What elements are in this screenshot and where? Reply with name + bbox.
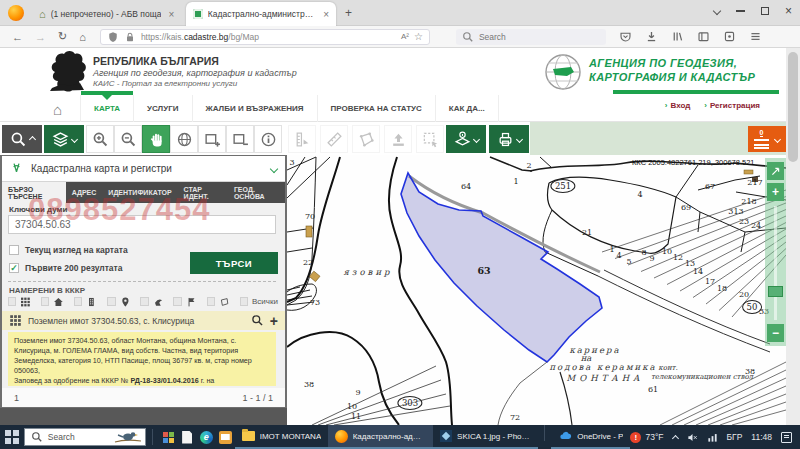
measure-length-button[interactable] [320,125,348,153]
nav-item-5[interactable]: КАК ДА... [435,95,499,122]
tab-list-chevron-icon[interactable] [713,7,721,15]
shield-icon[interactable] [107,31,119,43]
map-parcel-label: 8 [641,248,646,257]
panel-header[interactable]: Кадастрална карта и регистри [2,156,285,182]
action-center-icon[interactable] [781,432,792,443]
nav-item-3[interactable]: ЖАЛБИ И ВЪЗРАЖЕНИЯ [192,95,317,122]
library-icon[interactable] [671,30,684,43]
network-icon[interactable] [707,432,718,443]
volume-muted-icon[interactable] [687,432,698,443]
extension-icon[interactable] [723,30,736,43]
export-button[interactable] [384,125,412,153]
checkbox-unchecked[interactable] [9,245,19,255]
taskbar-window-firefox[interactable]: Кадастрално-адми... [328,425,433,449]
taskbar-window-onedrive[interactable]: OneDrive - P [551,425,630,449]
map-zoom-out-button[interactable]: − [767,324,784,342]
taskbar-window-folder[interactable]: IMOT MONTANA [235,425,328,449]
zoom-extent-button[interactable] [767,162,784,180]
location-pin-checkbox[interactable] [107,297,115,306]
zoom-slider-handle[interactable] [768,286,783,297]
zoom-window-out-button[interactable] [226,125,254,153]
full-extent-globe-button[interactable] [170,125,198,153]
select-marquee-button[interactable] [416,125,444,153]
zoom-out-button[interactable] [114,125,142,153]
search-button[interactable]: ТЪРСИ [190,252,278,274]
download-icon[interactable] [645,30,658,43]
map-zoom-in-button[interactable]: + [767,183,784,201]
pocket-icon[interactable] [619,30,632,43]
print-dropdown-button[interactable] [489,125,529,153]
current-view-checkbox-row[interactable]: Текущ изглед на картата [9,245,128,255]
page-number[interactable]: 1 [14,393,19,403]
translate-icon[interactable]: A² [401,32,409,41]
chevron-right-icon: › [665,101,668,110]
register-link[interactable]: ›Регистрация [704,101,760,110]
start-button[interactable] [0,425,24,449]
nav-item-2[interactable]: УСЛУГИ [133,95,191,122]
browser-search-field[interactable]: Search [456,29,606,45]
nav-item-1[interactable]: КАРТА [80,95,133,122]
taskbar-separator [544,425,545,441]
result-row[interactable]: Поземлен имот 37304.50.63, с. Клисурица … [2,311,285,330]
landmark-bird-checkbox[interactable] [140,297,148,306]
browser-tab-kais[interactable]: Кадастрално-администрати × [186,2,336,26]
minimize-button[interactable] [736,10,745,12]
add-result-icon[interactable]: + [270,316,278,326]
info-button[interactable] [254,125,282,153]
notifications-menu-button[interactable]: 0 [748,126,786,152]
zoom-in-button[interactable] [86,125,114,153]
login-link[interactable]: ›Вход [665,101,690,110]
all-types-checkbox[interactable] [240,297,248,306]
browser-tab-mail[interactable]: ⌂ (1 непрочетено) - АБВ поща × [32,2,182,26]
layer-info-dropdown-button[interactable] [446,125,486,153]
close-button[interactable]: × [785,4,792,18]
panel-tab-5[interactable]: ГЕОД. ОСНОВА [228,182,285,203]
measure-area-button[interactable] [352,125,380,153]
zone-polygon-checkbox[interactable] [207,297,215,306]
layers-button[interactable] [44,125,84,153]
menu-hamburger-icon[interactable] [749,30,762,43]
zoom-slider-track[interactable] [774,206,777,320]
checkbox-label: Първите 200 резултата [25,263,122,273]
url-field[interactable]: https://kais.cadastre.bg/bg/Map A² ☆ [100,29,430,45]
nav-item-4[interactable]: ПРОВЕРКА НА СТАТУС [317,95,435,122]
scrollbar-thumb[interactable] [788,52,798,162]
taskbar-search-box[interactable]: Search [24,428,146,446]
building-house-checkbox[interactable] [41,297,49,306]
search-tool-button[interactable] [2,125,42,153]
clock[interactable]: 11:48 [751,432,772,442]
sidebar-icon[interactable] [697,30,710,43]
tab-close-icon[interactable]: × [323,9,329,20]
checkbox-checked[interactable]: ✓ [9,263,19,273]
forward-button[interactable]: → [35,31,46,43]
geodetic-flag-checkbox[interactable] [173,297,181,306]
bookmark-star-icon[interactable]: ☆ [414,31,423,42]
scale-tool-button[interactable] [288,125,316,153]
tray-overflow-chevron-icon[interactable] [671,435,678,442]
grid-app-icon[interactable] [159,425,178,449]
weather-widget[interactable]: ! 73°F [630,432,663,443]
mail-icon[interactable] [216,425,235,449]
reload-button[interactable]: ↻ [58,30,67,43]
taskbar-window-photos[interactable]: SKICA 1.jpg - Photos [433,425,538,449]
home-button[interactable]: ⌂ [79,31,86,43]
zoom-to-result-icon[interactable] [251,314,264,327]
parcels-grid-checkbox[interactable] [8,297,16,306]
zoom-window-in-button[interactable] [198,125,226,153]
panel-collapse-chevron-icon[interactable] [270,164,278,172]
nav-home-icon[interactable]: ⌂ [53,101,62,118]
language-indicator[interactable]: БГР [727,432,743,442]
building-block-checkbox[interactable] [74,297,82,306]
map-canvas[interactable]: 3702273389101172641242167692172182231323… [287,155,786,425]
maximize-button[interactable] [761,7,769,15]
tab-close-icon[interactable]: × [168,9,174,20]
back-button[interactable]: ← [12,31,23,43]
new-tab-button[interactable]: + [345,6,352,20]
edge-icon[interactable]: e [197,425,216,449]
url-prefix: https://kais. [141,32,184,42]
url-domain: cadastre.bg [184,32,228,42]
pan-hand-button[interactable] [142,125,170,153]
file-icon[interactable] [178,425,197,449]
first200-checkbox-row[interactable]: ✓ Първите 200 резултата [9,263,122,273]
firefox-logo-icon[interactable] [8,5,24,21]
